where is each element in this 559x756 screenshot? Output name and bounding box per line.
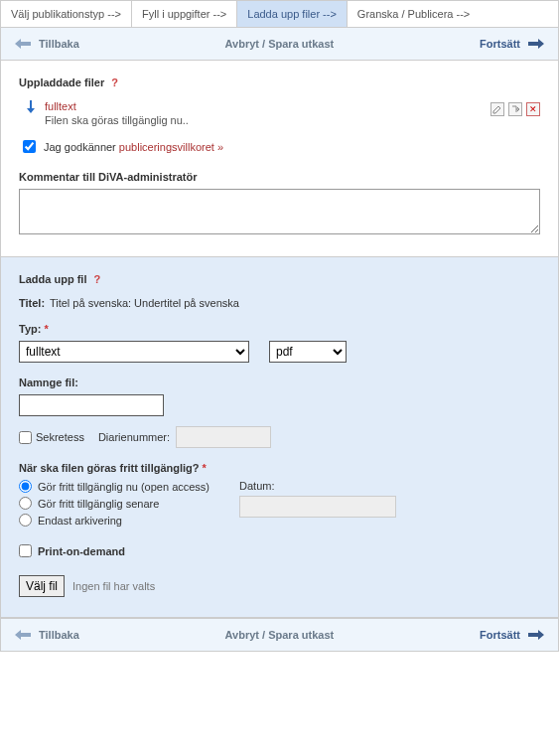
date-input[interactable] [239,496,396,518]
availability-label: När ska filen göras fritt tillgänglig? [19,462,200,474]
diarienummer-label: Diarienummer: [98,431,170,443]
format-select[interactable]: pdf [269,341,347,363]
back-button[interactable]: Tillbaka [15,38,79,50]
required-marker: * [203,462,207,474]
download-icon [25,100,37,116]
back-label-bottom: Tillbaka [39,629,79,641]
uploaded-file-row: fulltext Filen ska göras tillgänglig nu.… [25,100,540,126]
publishing-terms-link[interactable]: publiceringsvillkoret [119,141,214,153]
no-file-chosen-text: Ingen fil har valts [70,580,155,592]
avail-later-label: Gör fritt tillgänglig senare [38,498,159,510]
continue-button-bottom[interactable]: Fortsätt [480,629,544,641]
raquo-icon: » [214,141,223,153]
help-icon[interactable]: ? [94,273,101,285]
continue-label: Fortsätt [480,38,520,50]
filename-label: Namnge fil: [19,377,540,388]
back-button-bottom[interactable]: Tillbaka [15,629,79,641]
tab-upload-files[interactable]: Ladda upp filer --> [237,1,348,27]
required-marker: * [44,323,48,335]
tab-publication-type[interactable]: Välj publikationstyp --> [1,1,132,27]
type-select[interactable]: fulltext [19,341,249,363]
agree-text: Jag godkänner [44,141,119,153]
arrow-right-icon [528,630,544,640]
upload-form-panel: Ladda upp fil ? Titel: Titel på svenska:… [1,257,558,618]
tab-review-publish[interactable]: Granska / Publicera --> [348,1,558,27]
continue-button[interactable]: Fortsätt [480,38,544,50]
avail-now-label: Gör fritt tillgänglig nu (open access) [38,481,210,493]
print-on-demand-label: Print-on-demand [38,545,125,557]
file-name-link[interactable]: fulltext [45,100,189,112]
avail-archive-label: Endast arkivering [38,515,122,527]
diarienummer-input[interactable] [176,426,271,448]
help-icon[interactable]: ? [111,76,118,88]
date-label: Datum: [239,480,396,492]
type-label: Typ: [19,323,41,335]
back-label: Tillbaka [39,38,79,50]
continue-label-bottom: Fortsätt [480,629,520,641]
comment-textarea[interactable] [19,189,540,234]
cancel-save-draft[interactable]: Avbryt / Spara utkast [225,38,335,50]
title-label: Titel: [19,297,45,309]
arrow-left-icon [15,39,31,49]
arrow-left-icon [15,630,31,640]
arrow-right-icon [528,39,544,49]
avail-later-radio[interactable] [19,497,32,510]
wizard-tabs: Välj publikationstyp --> Fyll i uppgifte… [1,1,558,28]
uploaded-files-panel: Uppladdade filer ? fulltext Filen ska gö… [1,61,558,257]
filename-input[interactable] [19,394,164,416]
avail-now-radio[interactable] [19,480,32,493]
cancel-save-draft-bottom[interactable]: Avbryt / Spara utkast [225,629,335,641]
upload-file-heading: Ladda upp fil [19,273,86,285]
print-on-demand-checkbox[interactable] [19,544,32,557]
sekretess-label: Sekretess [36,431,84,443]
navbar-top: Tillbaka Avbryt / Spara utkast Fortsätt [1,28,558,61]
edit-icon[interactable] [490,102,504,116]
choose-file-button[interactable]: Välj fil [19,575,65,597]
avail-archive-radio[interactable] [19,514,32,527]
title-value: Titel på svenska: Undertitel på svenska [50,297,239,309]
navbar-bottom: Tillbaka Avbryt / Spara utkast Fortsätt [1,618,558,651]
move-icon[interactable] [508,102,522,116]
sekretess-checkbox[interactable] [19,431,32,444]
uploaded-files-heading: Uppladdade filer [19,76,104,88]
file-status-text: Filen ska göras tillgänglig nu.. [45,114,189,126]
tab-fill-details[interactable]: Fyll i uppgifter --> [132,1,237,27]
delete-icon[interactable]: ✕ [526,102,540,116]
agree-checkbox[interactable] [23,140,36,153]
comment-label: Kommentar till DiVA-administratör [19,171,540,183]
